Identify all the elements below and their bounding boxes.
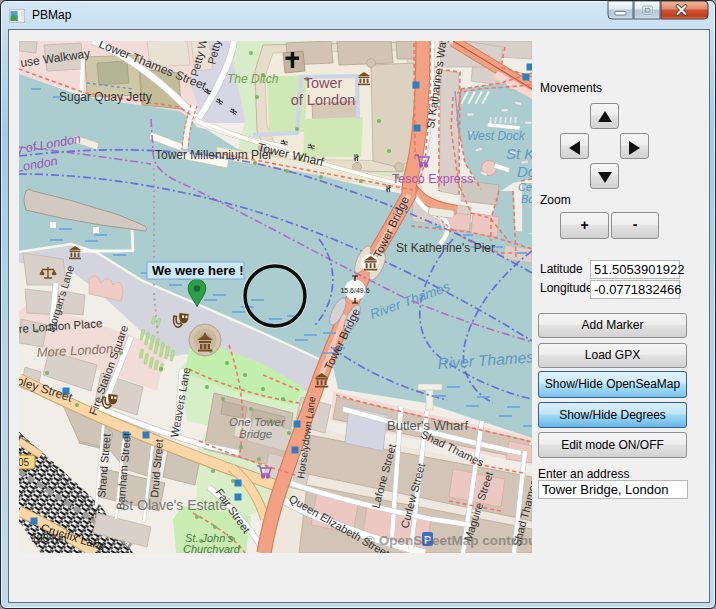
svg-text:of London: of London [291,92,356,108]
svg-text:15.6/49.6: 15.6/49.6 [340,287,369,294]
svg-text:Do: Do [517,163,532,180]
svg-text:The Ditch: The Ditch [227,72,279,86]
svg-text:Tower: Tower [304,75,343,91]
svg-text:© OpenStreetMap contributors: © OpenStreetMap contributors [365,533,532,548]
svg-text:St Katherine's Pier: St Katherine's Pier [396,241,495,255]
svg-text:Bo: Bo [521,193,532,205]
svg-text:One Tower: One Tower [229,416,286,428]
svg-text:Bridge: Bridge [239,428,272,440]
svg-text:Cen: Cen [518,181,532,193]
svg-text:190 Kih: 190 Kih [31,532,67,544]
svg-text:Tower Millennium Pier: Tower Millennium Pier [155,148,272,162]
svg-text:Churchyard: Churchyard [183,543,241,553]
svg-text:West Dock: West Dock [467,129,526,143]
svg-text:St Ka: St Ka [506,145,532,162]
svg-text:Sugar Quay Jetty: Sugar Quay Jetty [59,90,152,104]
svg-text:We were here !: We were here ! [152,263,244,278]
svg-text:05: 05 [19,457,30,468]
svg-text:Tesco Express: Tesco Express [392,172,473,186]
svg-text:St Olave's Estate: St Olave's Estate [120,497,227,513]
